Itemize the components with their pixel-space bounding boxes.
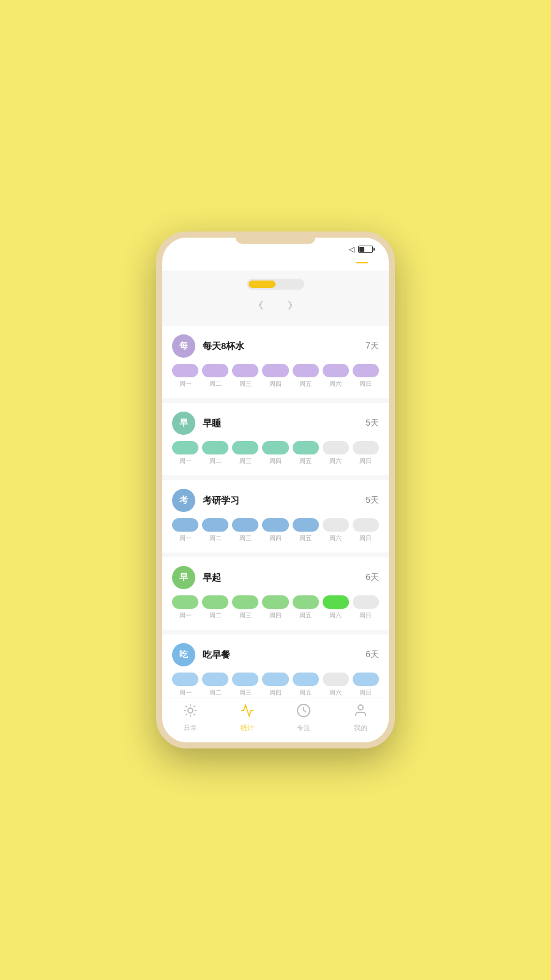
month-button[interactable] <box>276 281 302 288</box>
phone-shell: ◁ 《 》 每每天8杯水7天周一周二周三周四周五周六 <box>156 232 395 748</box>
habit-icon-sleep: 早 <box>172 412 195 435</box>
svg-line-6 <box>194 714 195 715</box>
day-label-sleep-1: 周二 <box>209 457 222 466</box>
day-label-sleep-0: 周一 <box>179 457 192 466</box>
day-wrap-study-2: 周三 <box>232 518 258 543</box>
day-label-wakeup-0: 周一 <box>179 611 192 620</box>
day-wrap-study-6: 周日 <box>353 518 379 543</box>
day-wrap-sleep-3: 周四 <box>262 441 288 466</box>
habit-name-breakfast: 吃早餐 <box>203 649 365 661</box>
period-selector: 《 》 <box>162 271 389 321</box>
day-wrap-sleep-2: 周三 <box>232 441 258 466</box>
nav-item-focus[interactable]: 专注 <box>276 703 332 733</box>
day-label-sleep-5: 周六 <box>329 457 342 466</box>
prev-arrow[interactable]: 《 <box>249 297 268 315</box>
day-label-sleep-4: 周五 <box>299 457 312 466</box>
day-label-water-6: 周日 <box>359 380 372 388</box>
day-bar-water-5 <box>323 364 349 377</box>
day-label-study-0: 周一 <box>179 534 192 543</box>
day-label-study-2: 周三 <box>239 534 252 543</box>
day-wrap-breakfast-1: 周二 <box>202 673 228 697</box>
day-wrap-water-6: 周日 <box>353 364 379 388</box>
day-label-wakeup-4: 周五 <box>299 611 312 620</box>
habit-card-sleep[interactable]: 早早睡5天周一周二周三周四周五周六周日 <box>162 403 389 475</box>
day-wrap-study-3: 周四 <box>262 518 288 543</box>
day-bar-water-4 <box>293 364 319 377</box>
day-wrap-wakeup-5: 周六 <box>323 595 349 620</box>
next-arrow[interactable]: 》 <box>283 297 302 315</box>
day-bars-breakfast: 周一周二周三周四周五周六周日 <box>172 673 379 697</box>
day-bar-breakfast-4 <box>293 673 319 686</box>
habit-card-wakeup[interactable]: 早早起6天周一周二周三周四周五周六周日 <box>162 557 389 630</box>
day-label-wakeup-1: 周二 <box>209 611 222 620</box>
day-label-study-4: 周五 <box>299 534 312 543</box>
day-bar-study-6 <box>353 518 379 532</box>
day-label-water-4: 周五 <box>299 380 312 388</box>
day-label-breakfast-4: 周五 <box>299 688 312 697</box>
day-wrap-wakeup-3: 周四 <box>262 595 288 620</box>
day-label-breakfast-5: 周六 <box>329 688 342 697</box>
habit-card-breakfast[interactable]: 吃吃早餐6天周一周二周三周四周五周六周日 <box>162 635 389 698</box>
day-bar-wakeup-5 <box>323 595 349 609</box>
day-label-wakeup-5: 周六 <box>329 611 342 620</box>
day-bar-study-4 <box>293 518 319 532</box>
nav-item-daily[interactable]: 日常 <box>162 703 219 733</box>
period-toggle <box>247 279 304 290</box>
day-bar-water-2 <box>232 364 258 377</box>
svg-line-7 <box>186 714 187 715</box>
day-wrap-wakeup-6: 周日 <box>353 595 379 620</box>
habit-card-water[interactable]: 每每天8杯水7天周一周二周三周四周五周六周日 <box>162 326 389 398</box>
nav-item-stats[interactable]: 统计 <box>219 703 276 733</box>
day-wrap-wakeup-2: 周三 <box>232 595 258 620</box>
week-button[interactable] <box>249 281 276 288</box>
habit-count-sleep: 5天 <box>365 418 379 429</box>
habit-name-water: 每天8杯水 <box>203 341 365 352</box>
day-bar-water-6 <box>353 364 379 377</box>
habit-name-study: 考研学习 <box>203 495 365 507</box>
nav-icon-daily <box>183 703 198 722</box>
day-wrap-water-4: 周五 <box>293 364 319 388</box>
day-bar-breakfast-1 <box>202 673 228 686</box>
day-wrap-sleep-4: 周五 <box>293 441 319 466</box>
day-bar-study-2 <box>232 518 258 532</box>
day-wrap-water-3: 周四 <box>262 364 288 388</box>
habit-count-wakeup: 6天 <box>365 572 379 583</box>
day-bars-wakeup: 周一周二周三周四周五周六周日 <box>172 595 379 620</box>
habit-name-sleep: 早睡 <box>203 418 365 429</box>
day-label-wakeup-3: 周四 <box>269 611 282 620</box>
day-label-breakfast-6: 周日 <box>359 688 372 697</box>
day-wrap-wakeup-4: 周五 <box>293 595 319 620</box>
day-label-study-3: 周四 <box>269 534 282 543</box>
day-bar-breakfast-2 <box>232 673 258 686</box>
status-icons: ◁ <box>349 245 374 254</box>
notch <box>236 238 315 244</box>
bottom-nav: 日常统计专注我的 <box>162 698 389 742</box>
day-wrap-breakfast-6: 周日 <box>353 673 379 697</box>
day-wrap-water-2: 周三 <box>232 364 258 388</box>
day-bar-sleep-2 <box>232 441 258 454</box>
day-bar-water-3 <box>262 364 288 377</box>
habit-card-study[interactable]: 考考研学习5天周一周二周三周四周五周六周日 <box>162 480 389 552</box>
habit-count-breakfast: 6天 <box>365 649 379 660</box>
svg-line-5 <box>186 706 187 707</box>
day-wrap-wakeup-1: 周二 <box>202 595 228 620</box>
day-label-water-2: 周三 <box>239 380 252 388</box>
day-wrap-study-5: 周六 <box>323 518 349 543</box>
day-bar-study-3 <box>262 518 288 532</box>
day-bar-breakfast-6 <box>353 673 379 686</box>
day-wrap-breakfast-3: 周四 <box>262 673 288 697</box>
day-label-sleep-2: 周三 <box>239 457 252 466</box>
day-wrap-sleep-5: 周六 <box>323 441 349 466</box>
nav-icon-mine <box>353 703 368 722</box>
day-label-breakfast-3: 周四 <box>269 688 282 697</box>
day-label-study-1: 周二 <box>209 534 222 543</box>
day-label-breakfast-2: 周三 <box>239 688 252 697</box>
nav-item-mine[interactable]: 我的 <box>332 703 389 733</box>
day-label-study-6: 周日 <box>359 534 372 543</box>
day-wrap-wakeup-0: 周一 <box>172 595 198 620</box>
habit-count-study: 5天 <box>365 495 379 506</box>
day-bars-study: 周一周二周三周四周五周六周日 <box>172 518 379 543</box>
day-wrap-breakfast-0: 周一 <box>172 673 198 697</box>
day-label-study-5: 周六 <box>329 534 342 543</box>
nav-label-focus: 专注 <box>297 723 310 733</box>
